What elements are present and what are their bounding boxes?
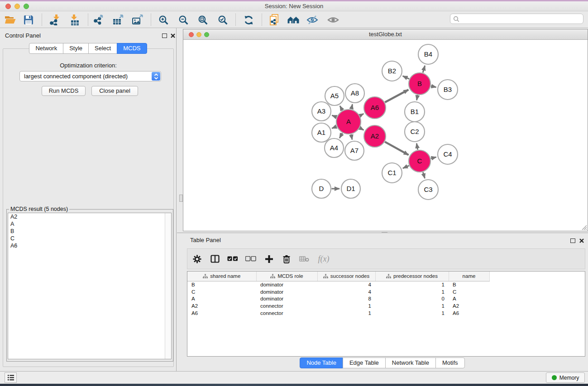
tab-network[interactable]: Network xyxy=(29,43,63,54)
column-header-mcds-role[interactable]: MCDS role xyxy=(256,272,317,281)
edge-C-C3[interactable] xyxy=(423,172,425,178)
open-file-button[interactable] xyxy=(2,13,19,27)
first-neighbors-button[interactable] xyxy=(285,13,301,27)
graph-node-D1[interactable]: D1 xyxy=(341,179,360,198)
select-all-columns-button[interactable] xyxy=(224,251,242,267)
edge-A-A3[interactable] xyxy=(332,115,336,117)
graph-node-C1[interactable]: C1 xyxy=(382,163,402,183)
graph-node-C[interactable]: C xyxy=(409,150,430,172)
delete-column-button[interactable] xyxy=(278,251,295,267)
column-header-shared-name[interactable]: shared name xyxy=(187,272,256,281)
graph-node-A8[interactable]: A8 xyxy=(345,84,364,103)
table-row[interactable]: Adominator80A xyxy=(187,295,489,303)
table-row[interactable]: Bdominator41B xyxy=(187,281,489,288)
column-header-predecessor-nodes[interactable]: predecessor nodes xyxy=(375,272,449,281)
close-panel-icon[interactable] xyxy=(170,33,176,38)
refresh-button[interactable] xyxy=(240,13,257,27)
tab-mcds[interactable]: MCDS xyxy=(117,43,147,54)
table-row[interactable]: Cdominator41C xyxy=(187,288,489,295)
close-network-button[interactable] xyxy=(189,32,194,37)
export-network-button[interactable] xyxy=(91,13,107,27)
new-network-from-selection-button[interactable] xyxy=(266,13,282,27)
minimize-network-button[interactable] xyxy=(196,32,201,37)
graph-node-B2[interactable]: B2 xyxy=(382,61,402,81)
edge-A-A8[interactable] xyxy=(351,104,352,109)
edge-C-C1[interactable] xyxy=(403,166,409,168)
edge-A-A2[interactable] xyxy=(360,128,364,130)
vertical-divider-grip[interactable] xyxy=(179,195,183,202)
edge-A2-C[interactable] xyxy=(385,142,408,155)
graph-node-A3[interactable]: A3 xyxy=(312,102,331,121)
result-scrollbar[interactable] xyxy=(165,213,171,359)
column-header-name[interactable]: name xyxy=(449,272,489,281)
delete-table-button[interactable] xyxy=(295,251,313,267)
task-history-button[interactable] xyxy=(5,372,17,383)
table-tab-edge-table[interactable]: Edge Table xyxy=(343,357,386,368)
mcds-result-item[interactable]: A xyxy=(8,220,171,228)
run-mcds-button[interactable]: Run MCDS xyxy=(42,86,86,96)
show-all-button[interactable] xyxy=(325,13,341,27)
create-column-button[interactable] xyxy=(260,251,278,267)
unselect-all-columns-button[interactable] xyxy=(242,251,260,267)
edge-A-A1[interactable] xyxy=(332,127,336,129)
edge-C-C2[interactable] xyxy=(416,143,417,150)
show-columns-button[interactable] xyxy=(206,251,224,267)
graph-node-B4[interactable]: B4 xyxy=(418,44,438,64)
close-table-panel-icon[interactable] xyxy=(579,238,584,243)
graph-node-C2[interactable]: C2 xyxy=(405,122,425,142)
edge-C-C4[interactable] xyxy=(431,157,436,158)
zoom-network-button[interactable] xyxy=(204,32,209,37)
graph-node-C3[interactable]: C3 xyxy=(418,180,438,200)
mcds-result-item[interactable]: C xyxy=(8,235,171,242)
zoom-in-button[interactable] xyxy=(155,13,172,27)
edge-A-A7[interactable] xyxy=(351,134,352,140)
graph-node-A[interactable]: A xyxy=(336,110,361,134)
table-tab-motifs[interactable]: Motifs xyxy=(435,357,465,368)
memory-button[interactable]: Memory xyxy=(546,372,585,383)
mcds-result-item[interactable]: A2 xyxy=(8,213,171,220)
edge-B-B1[interactable] xyxy=(417,95,418,100)
table-tab-network-table[interactable]: Network Table xyxy=(385,357,436,368)
mcds-result-item[interactable]: A6 xyxy=(8,242,171,249)
edge-B-B3[interactable] xyxy=(431,86,436,87)
hide-selected-button[interactable] xyxy=(304,13,320,27)
minimize-window-button[interactable] xyxy=(14,4,20,9)
graph-node-B1[interactable]: B1 xyxy=(405,102,425,122)
graph-node-A7[interactable]: A7 xyxy=(345,141,364,160)
graph-node-B[interactable]: B xyxy=(409,73,430,95)
table-tab-node-table[interactable]: Node Table xyxy=(300,357,343,368)
graph-node-A5[interactable]: A5 xyxy=(325,86,344,105)
edge-A-A4[interactable] xyxy=(339,133,342,138)
tab-select[interactable]: Select xyxy=(88,43,117,54)
column-header-successor-nodes[interactable]: successor nodes xyxy=(317,272,375,281)
edge-A6-B[interactable] xyxy=(385,90,408,102)
zoom-selected-button[interactable] xyxy=(215,13,231,27)
import-network-button[interactable] xyxy=(47,13,63,27)
mcds-result-item[interactable]: B xyxy=(8,228,171,235)
graph-node-A4[interactable]: A4 xyxy=(325,138,344,157)
table-row[interactable]: A2connector11A2 xyxy=(187,302,489,310)
criterion-select[interactable]: largest connected component (directed) xyxy=(19,71,161,81)
edge-A-A6[interactable] xyxy=(360,114,363,115)
close-window-button[interactable] xyxy=(5,4,11,9)
zoom-out-button[interactable] xyxy=(175,13,191,27)
import-table-button[interactable] xyxy=(67,13,83,27)
network-canvas[interactable]: B4B2BB3A5A8A6B1A3AC2A1A2A4A7C4CC1C3DD1 xyxy=(183,40,588,231)
table-row[interactable]: A6connector11A6 xyxy=(187,310,489,317)
edge-B-B4[interactable] xyxy=(423,66,425,73)
zoom-fit-button[interactable] xyxy=(195,13,211,27)
resize-grip-icon[interactable] xyxy=(581,224,587,230)
zoom-window-button[interactable] xyxy=(24,4,29,9)
float-table-panel-icon[interactable] xyxy=(570,238,575,243)
graph-node-A2[interactable]: A2 xyxy=(364,125,386,147)
function-builder-button[interactable]: f(x) xyxy=(313,251,334,267)
export-table-button[interactable] xyxy=(110,13,126,27)
graph-node-A1[interactable]: A1 xyxy=(312,123,331,142)
edge-B-B2[interactable] xyxy=(403,76,409,79)
graph-node-C4[interactable]: C4 xyxy=(438,144,458,164)
graph-node-A6[interactable]: A6 xyxy=(364,97,386,119)
export-image-button[interactable] xyxy=(129,13,146,27)
tab-style[interactable]: Style xyxy=(63,43,89,54)
close-panel-button[interactable]: Close panel xyxy=(91,86,138,96)
float-panel-icon[interactable] xyxy=(162,33,167,38)
